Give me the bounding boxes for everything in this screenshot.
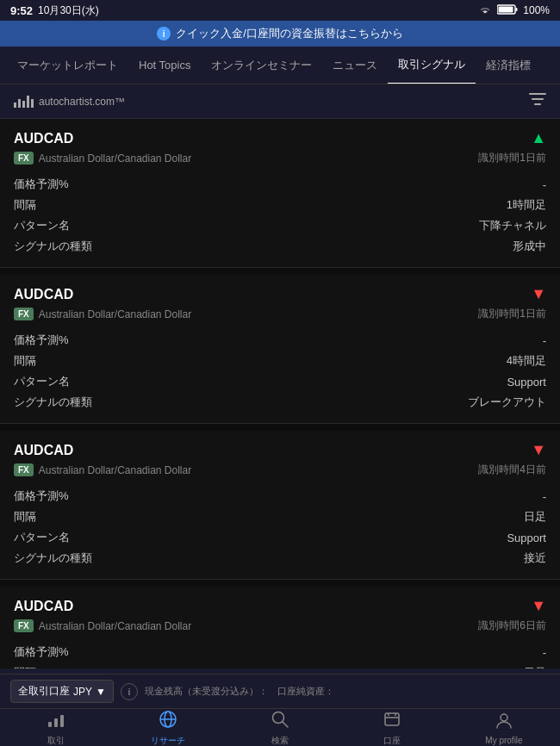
svg-rect-14 — [385, 713, 399, 725]
signal-1-up-arrow-icon: ▲ — [531, 129, 546, 147]
signal-2-details: 価格予測% - 間隔 4時間足 パターン名 Support シグナルの種類 ブレ… — [14, 330, 546, 413]
label-interval-2: 間隔 — [14, 353, 36, 369]
status-bar: 9:52 10月30日(水) 100% — [0, 0, 560, 21]
value-price-pct-2: - — [543, 334, 546, 347]
autochartist-header: autochartist.com™ — [0, 84, 560, 119]
nav-tabs: マーケットレポート Hot Topics オンラインセミナー ニュース 取引シグ… — [0, 47, 560, 84]
value-interval-2: 4時間足 — [507, 353, 546, 369]
info-button[interactable]: i — [121, 683, 138, 700]
detail-row: パターン名 Support — [14, 371, 546, 392]
label-interval-1: 間隔 — [14, 197, 36, 213]
label-price-pct-2: 価格予測% — [14, 333, 69, 348]
battery-percent: 100% — [523, 4, 550, 16]
tab-news[interactable]: ニュース — [322, 47, 388, 84]
signal-2-down-arrow-icon: ▼ — [531, 285, 546, 303]
value-interval-4: 日足 — [524, 665, 546, 668]
section-divider — [0, 268, 560, 275]
signal-1-pair: Australian Dollar/Canadian Dollar — [39, 152, 191, 165]
value-interval-1: 1時間足 — [507, 197, 546, 213]
signal-3-pair: Australian Dollar/Canadian Dollar — [39, 464, 191, 476]
svg-line-13 — [283, 722, 288, 727]
value-pattern-3: Support — [507, 532, 546, 544]
label-price-pct-4: 価格予測% — [14, 644, 69, 660]
svg-rect-2 — [516, 8, 518, 11]
detail-row: シグナルの種類 ブレークアウト — [14, 392, 546, 413]
chevron-down-icon: ▼ — [96, 686, 106, 698]
nav-item-search[interactable]: 検索 — [224, 709, 336, 746]
detail-row: 価格予測% - — [14, 486, 546, 507]
bottom-bar: 全取引口座 JPY ▼ i 現金残高（未受渡分込み）： 口座純資産： 取引 — [0, 674, 560, 746]
signal-3-fx-badge: FX — [14, 463, 34, 476]
filter-icon[interactable] — [529, 91, 546, 111]
svg-rect-7 — [54, 718, 58, 727]
value-price-pct-4: - — [543, 646, 546, 659]
signal-4-details: 価格予測% - 間隔 日足 パターン名 トライアングル シグナルの種類 ブレーク… — [14, 642, 546, 668]
svg-rect-6 — [48, 722, 52, 727]
value-pattern-1: 下降チャネル — [479, 218, 546, 233]
value-type-1: 形成中 — [513, 239, 546, 254]
banner[interactable]: i クイック入金/口座間の資金振替はこちらから — [0, 21, 560, 47]
detail-row: 価格予測% - — [14, 642, 546, 662]
signal-3-header: AUDCAD ▼ — [14, 441, 546, 459]
tab-market-report[interactable]: マーケットレポート — [7, 47, 128, 84]
signal-4-subtitle: FX Australian Dollar/Canadian Dollar 識別時… — [14, 619, 546, 633]
signal-list: AUDCAD ▲ FX Australian Dollar/Canadian D… — [0, 119, 560, 668]
signal-2-pair: Australian Dollar/Canadian Dollar — [39, 308, 191, 320]
value-type-3: 接近 — [524, 550, 546, 566]
signal-4-name: AUDCAD — [14, 599, 73, 614]
status-date: 10月30日(水) — [38, 3, 99, 18]
value-pattern-2: Support — [507, 376, 546, 389]
label-pattern-2: パターン名 — [14, 374, 70, 389]
detail-row: 間隔 日足 — [14, 507, 546, 527]
signal-4-header: AUDCAD ▼ — [14, 597, 546, 615]
signal-3-details: 価格予測% - 間隔 日足 パターン名 Support シグナルの種類 接近 — [14, 486, 546, 569]
signal-1-header: AUDCAD ▲ — [14, 129, 546, 147]
tab-economic-indicator[interactable]: 経済指標 — [476, 47, 541, 84]
nav-label-trade: 取引 — [47, 735, 65, 747]
wifi-icon — [478, 4, 492, 17]
account-select[interactable]: 全取引口座 JPY ▼ — [10, 680, 114, 703]
label-type-3: シグナルの種類 — [14, 550, 92, 566]
tab-hot-topics[interactable]: Hot Topics — [128, 47, 201, 84]
value-type-2: ブレークアウト — [468, 395, 546, 410]
signal-3-down-arrow-icon: ▼ — [531, 441, 546, 459]
balance-text: 現金残高（未受渡分込み）： 口座純資産： — [145, 685, 550, 698]
signal-2-title: AUDCAD — [14, 287, 73, 302]
signal-3-name: AUDCAD — [14, 443, 73, 458]
nav-item-account[interactable]: 口座 — [336, 709, 448, 746]
svg-rect-8 — [60, 715, 64, 727]
signal-card-3[interactable]: AUDCAD ▼ FX Australian Dollar/Canadian D… — [0, 431, 560, 580]
banner-text: クイック入金/口座間の資金振替はこちらから — [176, 26, 403, 41]
signal-card-1[interactable]: AUDCAD ▲ FX Australian Dollar/Canadian D… — [0, 119, 560, 268]
currency-label: JPY — [73, 686, 92, 698]
nav-label-profile: My profile — [485, 736, 522, 745]
section-divider — [0, 424, 560, 431]
nav-label-research: リサーチ — [151, 735, 185, 747]
signal-2-fx-badge: FX — [14, 308, 34, 320]
detail-row: 価格予測% - — [14, 330, 546, 351]
signal-3-title: AUDCAD — [14, 443, 73, 458]
info-icon: i — [157, 27, 171, 40]
signal-1-name: AUDCAD — [14, 131, 73, 146]
detail-row: 間隔 1時間足 — [14, 195, 546, 215]
nav-item-research[interactable]: リサーチ — [112, 709, 224, 746]
detail-row: パターン名 下降チャネル — [14, 215, 546, 236]
signal-card-2[interactable]: AUDCAD ▼ FX Australian Dollar/Canadian D… — [0, 275, 560, 424]
nav-item-profile[interactable]: My profile — [448, 709, 560, 746]
trade-icon — [47, 710, 65, 733]
detail-row: 間隔 日足 — [14, 662, 546, 668]
label-price-pct-1: 価格予測% — [14, 177, 69, 192]
nav-label-search: 検索 — [271, 735, 289, 747]
status-right-icons: 100% — [478, 4, 550, 17]
detail-row: パターン名 Support — [14, 527, 546, 548]
detail-row: 間隔 4時間足 — [14, 351, 546, 371]
label-interval-4: 間隔 — [14, 665, 36, 668]
nav-label-account: 口座 — [383, 735, 401, 747]
nav-item-trade[interactable]: 取引 — [0, 709, 112, 746]
profile-icon — [495, 711, 513, 734]
tab-online-seminar[interactable]: オンラインセミナー — [201, 47, 322, 84]
label-pattern-3: パターン名 — [14, 530, 70, 545]
battery-icon — [497, 4, 518, 17]
signal-card-4[interactable]: AUDCAD ▼ FX Australian Dollar/Canadian D… — [0, 587, 560, 668]
tab-trading-signal[interactable]: 取引シグナル — [388, 47, 476, 84]
